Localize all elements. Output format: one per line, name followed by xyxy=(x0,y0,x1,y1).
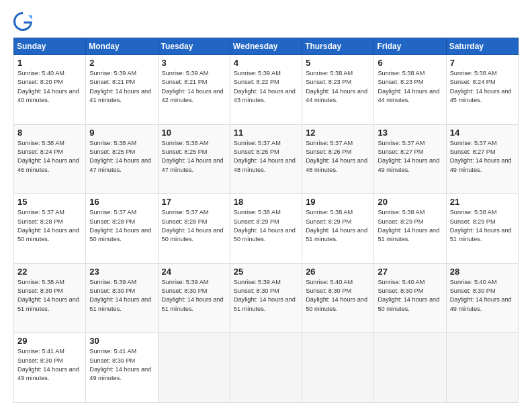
day-number: 6 xyxy=(378,58,442,68)
calendar-cell: 7Sunrise: 5:38 AMSunset: 8:24 PMDaylight… xyxy=(446,55,518,125)
day-number: 1 xyxy=(17,58,82,68)
day-number: 11 xyxy=(234,128,298,138)
day-info: Sunrise: 5:38 AMSunset: 8:29 PMDaylight:… xyxy=(450,208,515,244)
day-info: Sunrise: 5:37 AMSunset: 8:26 PMDaylight:… xyxy=(306,139,370,175)
calendar-cell: 8Sunrise: 5:38 AMSunset: 8:24 PMDaylight… xyxy=(14,124,86,194)
calendar-table: SundayMondayTuesdayWednesdayThursdayFrid… xyxy=(13,38,519,403)
day-number: 13 xyxy=(378,128,442,138)
day-number: 22 xyxy=(17,267,82,277)
day-info: Sunrise: 5:39 AMSunset: 8:21 PMDaylight:… xyxy=(162,69,226,105)
day-number: 27 xyxy=(378,267,442,277)
day-info: Sunrise: 5:40 AMSunset: 8:20 PMDaylight:… xyxy=(17,69,82,105)
col-header-thursday: Thursday xyxy=(302,38,374,55)
day-number: 24 xyxy=(162,267,226,277)
day-number: 12 xyxy=(306,128,370,138)
calendar-cell: 5Sunrise: 5:38 AMSunset: 8:23 PMDaylight… xyxy=(302,55,374,125)
day-info: Sunrise: 5:38 AMSunset: 8:24 PMDaylight:… xyxy=(450,69,515,105)
calendar-cell: 17Sunrise: 5:37 AMSunset: 8:28 PMDayligh… xyxy=(158,194,230,264)
calendar-cell xyxy=(302,333,374,403)
day-number: 21 xyxy=(450,197,515,207)
calendar-cell: 3Sunrise: 5:39 AMSunset: 8:21 PMDaylight… xyxy=(158,55,230,125)
calendar-cell: 24Sunrise: 5:39 AMSunset: 8:30 PMDayligh… xyxy=(158,263,230,333)
calendar-cell: 23Sunrise: 5:39 AMSunset: 8:30 PMDayligh… xyxy=(86,263,158,333)
day-number: 19 xyxy=(306,197,370,207)
calendar-cell xyxy=(158,333,230,403)
calendar-cell: 1Sunrise: 5:40 AMSunset: 8:20 PMDaylight… xyxy=(14,55,86,125)
day-info: Sunrise: 5:37 AMSunset: 8:28 PMDaylight:… xyxy=(17,208,82,244)
day-info: Sunrise: 5:41 AMSunset: 8:30 PMDaylight:… xyxy=(89,347,154,383)
logo-icon xyxy=(13,12,32,31)
day-number: 4 xyxy=(234,58,298,68)
day-info: Sunrise: 5:38 AMSunset: 8:29 PMDaylight:… xyxy=(234,208,298,244)
day-info: Sunrise: 5:37 AMSunset: 8:26 PMDaylight:… xyxy=(234,139,298,175)
day-info: Sunrise: 5:38 AMSunset: 8:29 PMDaylight:… xyxy=(378,208,442,244)
calendar-cell: 22Sunrise: 5:38 AMSunset: 8:30 PMDayligh… xyxy=(14,263,86,333)
day-number: 3 xyxy=(162,58,226,68)
calendar-cell: 30Sunrise: 5:41 AMSunset: 8:30 PMDayligh… xyxy=(86,333,158,403)
day-number: 25 xyxy=(234,267,298,277)
day-number: 23 xyxy=(89,267,154,277)
calendar-header-row: SundayMondayTuesdayWednesdayThursdayFrid… xyxy=(14,38,519,55)
col-header-sunday: Sunday xyxy=(14,38,86,55)
col-header-monday: Monday xyxy=(86,38,158,55)
col-header-tuesday: Tuesday xyxy=(158,38,230,55)
day-info: Sunrise: 5:40 AMSunset: 8:30 PMDaylight:… xyxy=(450,278,515,314)
day-number: 26 xyxy=(306,267,370,277)
header xyxy=(13,12,519,31)
day-number: 29 xyxy=(17,336,82,346)
day-info: Sunrise: 5:39 AMSunset: 8:22 PMDaylight:… xyxy=(234,69,298,105)
calendar-week-4: 22Sunrise: 5:38 AMSunset: 8:30 PMDayligh… xyxy=(14,263,519,333)
calendar-week-1: 1Sunrise: 5:40 AMSunset: 8:20 PMDaylight… xyxy=(14,55,519,125)
day-number: 16 xyxy=(89,197,154,207)
calendar-cell: 12Sunrise: 5:37 AMSunset: 8:26 PMDayligh… xyxy=(302,124,374,194)
day-info: Sunrise: 5:41 AMSunset: 8:30 PMDaylight:… xyxy=(17,347,82,383)
calendar-cell xyxy=(374,333,446,403)
day-number: 18 xyxy=(234,197,298,207)
day-info: Sunrise: 5:39 AMSunset: 8:30 PMDaylight:… xyxy=(89,278,154,314)
day-info: Sunrise: 5:38 AMSunset: 8:29 PMDaylight:… xyxy=(306,208,370,244)
calendar-cell: 20Sunrise: 5:38 AMSunset: 8:29 PMDayligh… xyxy=(374,194,446,264)
logo xyxy=(13,12,35,31)
calendar-cell: 18Sunrise: 5:38 AMSunset: 8:29 PMDayligh… xyxy=(230,194,302,264)
day-number: 17 xyxy=(162,197,226,207)
calendar-cell: 6Sunrise: 5:38 AMSunset: 8:23 PMDaylight… xyxy=(374,55,446,125)
calendar-cell: 21Sunrise: 5:38 AMSunset: 8:29 PMDayligh… xyxy=(446,194,518,264)
day-info: Sunrise: 5:38 AMSunset: 8:23 PMDaylight:… xyxy=(306,69,370,105)
day-info: Sunrise: 5:40 AMSunset: 8:30 PMDaylight:… xyxy=(378,278,442,314)
calendar-cell: 4Sunrise: 5:39 AMSunset: 8:22 PMDaylight… xyxy=(230,55,302,125)
calendar-cell: 11Sunrise: 5:37 AMSunset: 8:26 PMDayligh… xyxy=(230,124,302,194)
calendar-cell: 29Sunrise: 5:41 AMSunset: 8:30 PMDayligh… xyxy=(14,333,86,403)
day-number: 28 xyxy=(450,267,515,277)
day-number: 30 xyxy=(89,336,154,346)
day-info: Sunrise: 5:40 AMSunset: 8:30 PMDaylight:… xyxy=(306,278,370,314)
calendar-cell: 13Sunrise: 5:37 AMSunset: 8:27 PMDayligh… xyxy=(374,124,446,194)
day-number: 5 xyxy=(306,58,370,68)
day-info: Sunrise: 5:37 AMSunset: 8:28 PMDaylight:… xyxy=(89,208,154,244)
page: SundayMondayTuesdayWednesdayThursdayFrid… xyxy=(0,0,532,411)
day-number: 8 xyxy=(17,128,82,138)
day-info: Sunrise: 5:37 AMSunset: 8:27 PMDaylight:… xyxy=(450,139,515,175)
day-number: 15 xyxy=(17,197,82,207)
day-number: 10 xyxy=(162,128,226,138)
day-info: Sunrise: 5:38 AMSunset: 8:24 PMDaylight:… xyxy=(17,139,82,175)
calendar-cell: 26Sunrise: 5:40 AMSunset: 8:30 PMDayligh… xyxy=(302,263,374,333)
day-info: Sunrise: 5:37 AMSunset: 8:27 PMDaylight:… xyxy=(378,139,442,175)
calendar-week-5: 29Sunrise: 5:41 AMSunset: 8:30 PMDayligh… xyxy=(14,333,519,403)
calendar-cell: 9Sunrise: 5:38 AMSunset: 8:25 PMDaylight… xyxy=(86,124,158,194)
day-number: 9 xyxy=(89,128,154,138)
col-header-wednesday: Wednesday xyxy=(230,38,302,55)
day-number: 14 xyxy=(450,128,515,138)
calendar-cell xyxy=(446,333,518,403)
calendar-cell xyxy=(230,333,302,403)
day-info: Sunrise: 5:38 AMSunset: 8:25 PMDaylight:… xyxy=(162,139,226,175)
col-header-saturday: Saturday xyxy=(446,38,518,55)
day-info: Sunrise: 5:38 AMSunset: 8:23 PMDaylight:… xyxy=(378,69,442,105)
calendar-cell: 14Sunrise: 5:37 AMSunset: 8:27 PMDayligh… xyxy=(446,124,518,194)
day-info: Sunrise: 5:39 AMSunset: 8:30 PMDaylight:… xyxy=(234,278,298,314)
calendar-cell: 10Sunrise: 5:38 AMSunset: 8:25 PMDayligh… xyxy=(158,124,230,194)
col-header-friday: Friday xyxy=(374,38,446,55)
calendar-cell: 2Sunrise: 5:39 AMSunset: 8:21 PMDaylight… xyxy=(86,55,158,125)
calendar-cell: 16Sunrise: 5:37 AMSunset: 8:28 PMDayligh… xyxy=(86,194,158,264)
day-info: Sunrise: 5:38 AMSunset: 8:25 PMDaylight:… xyxy=(89,139,154,175)
day-info: Sunrise: 5:39 AMSunset: 8:21 PMDaylight:… xyxy=(89,69,154,105)
